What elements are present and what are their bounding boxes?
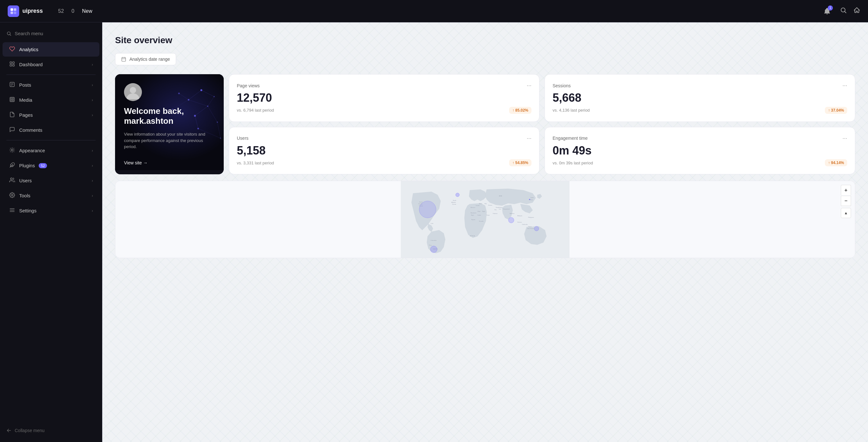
comments-label: Comments — [19, 127, 42, 133]
analytics-label: Analytics — [19, 47, 38, 52]
svg-text:Niger: Niger — [471, 215, 474, 216]
main-layout: Search menu Analytics Dashboard — [0, 22, 868, 442]
svg-text:Libya: Libya — [477, 211, 480, 212]
svg-text:Kazakhstan: Kazakhstan — [496, 207, 502, 208]
sidebar-item-comments[interactable]: Comments — [3, 123, 99, 137]
world-map-svg: North Pacific Ocean North Atlantic Ocean… — [115, 181, 855, 258]
notification-badge: 1 — [828, 5, 833, 10]
svg-rect-19 — [11, 100, 12, 101]
sidebar-item-analytics[interactable]: Analytics — [3, 42, 99, 57]
svg-text:Nigeria: Nigeria — [471, 219, 475, 221]
sidebar-item-tools[interactable]: Tools › — [3, 188, 99, 203]
topbar: uipress 52 0 New 1 — [0, 0, 868, 22]
svg-text:Cuba: Cuba — [431, 223, 433, 225]
map-zoom-out[interactable]: − — [841, 196, 851, 206]
logo[interactable]: uipress — [8, 5, 43, 17]
svg-text:Tunisia: Tunisia — [475, 205, 480, 206]
home-button[interactable] — [853, 7, 860, 16]
stat-vs-sessions: vs. 4,136 last period — [553, 108, 590, 113]
welcome-title: Welcome back, mark.ashton — [124, 106, 215, 126]
stat-value-sessions: 5,668 — [553, 91, 847, 104]
content-area: Site overview Analytics date range — [102, 22, 868, 442]
users-icon — [9, 177, 16, 184]
svg-text:Iran: Iran — [499, 209, 501, 210]
content-inner: Site overview Analytics date range — [102, 22, 868, 271]
svg-rect-18 — [12, 98, 14, 99]
map-zoom-in[interactable]: + — [841, 185, 851, 195]
stat-vs-engagement: vs. 0m 39s last period — [553, 160, 593, 165]
stat-more-pageviews[interactable]: ··· — [527, 82, 531, 89]
sidebar-item-users[interactable]: Users › — [3, 173, 99, 188]
collapse-icon — [6, 428, 11, 433]
sidebar-item-plugins[interactable]: Plugins 52 › — [3, 158, 99, 173]
svg-text:Malaysia: Malaysia — [518, 215, 523, 217]
stat-card-sessions: Sessions ··· 5,668 vs. 4,136 last period… — [545, 74, 855, 122]
svg-text:Vietnam: Vietnam — [518, 222, 522, 223]
svg-rect-11 — [13, 65, 14, 66]
users-chevron: › — [92, 178, 93, 183]
plugins-chevron: › — [92, 164, 93, 168]
stat-more-engagement[interactable]: ··· — [842, 135, 847, 142]
date-range-button[interactable]: Analytics date range — [115, 53, 176, 65]
search-menu[interactable]: Search menu — [0, 28, 102, 39]
svg-point-99 — [431, 246, 437, 253]
svg-text:North: North — [419, 201, 423, 203]
stat-card-engagement: Engagement time ··· 0m 49s vs. 0m 39s la… — [545, 127, 855, 175]
appearance-label: Appearance — [19, 148, 45, 153]
svg-text:ASIA: ASIA — [499, 195, 502, 197]
user-avatar — [124, 83, 142, 101]
svg-text:Italy: Italy — [485, 203, 487, 204]
stats-col-left: Page views ··· 12,570 vs. 6,794 last per… — [229, 74, 539, 174]
svg-text:Ocean: Ocean — [452, 203, 456, 205]
svg-text:Morocco: Morocco — [470, 207, 475, 208]
svg-text:Japan: Japan — [530, 197, 534, 198]
stat-more-users[interactable]: ··· — [527, 135, 531, 142]
sidebar-item-media[interactable]: Media › — [3, 93, 99, 107]
svg-rect-1 — [14, 8, 16, 11]
svg-text:Pakistan: Pakistan — [493, 213, 498, 214]
svg-rect-2 — [10, 11, 13, 14]
stat-value-pageviews: 12,570 — [237, 91, 531, 104]
svg-point-24 — [10, 178, 12, 180]
sidebar-item-posts[interactable]: Posts › — [3, 78, 99, 92]
tools-icon — [9, 192, 16, 199]
svg-text:Oman: Oman — [487, 215, 490, 216]
pages-icon — [9, 112, 16, 118]
search-icon — [840, 7, 847, 14]
tools-label: Tools — [19, 193, 30, 198]
search-menu-label: Search menu — [15, 31, 43, 36]
sidebar-item-settings[interactable]: Settings › — [3, 203, 99, 218]
stat-more-sessions[interactable]: ··· — [842, 82, 847, 89]
map-compass[interactable]: ▲ — [841, 208, 851, 218]
search-button[interactable] — [840, 7, 847, 16]
svg-text:Atlantic: Atlantic — [451, 202, 456, 203]
svg-text:Papua: Papua — [528, 226, 532, 227]
svg-text:Peru: Peru — [429, 245, 432, 246]
stat-footer-users: vs. 3,331 last period ↑ 54.85% — [237, 159, 531, 166]
svg-text:North: North — [453, 200, 456, 202]
pages-chevron: › — [92, 113, 93, 117]
svg-point-101 — [534, 227, 539, 231]
svg-text:Spain: Spain — [479, 203, 482, 204]
svg-text:Egypt: Egypt — [482, 211, 486, 212]
svg-rect-8 — [10, 62, 11, 63]
svg-rect-3 — [14, 11, 16, 14]
sidebar-item-pages[interactable]: Pages › — [3, 108, 99, 122]
nav-new[interactable]: New — [80, 7, 95, 16]
settings-chevron: › — [92, 209, 93, 213]
stat-header-sessions: Sessions ··· — [553, 82, 847, 89]
stat-card-pageviews: Page views ··· 12,570 vs. 6,794 last per… — [229, 74, 539, 122]
map-section: North Pacific Ocean North Atlantic Ocean… — [115, 181, 855, 258]
svg-text:Cambodia: Cambodia — [522, 224, 528, 225]
sidebar-item-appearance[interactable]: Appearance › — [3, 143, 99, 158]
view-site-link[interactable]: View site → — [124, 160, 215, 165]
notification-button[interactable]: 1 — [821, 5, 834, 18]
page-title: Site overview — [115, 35, 855, 46]
sidebar-item-dashboard[interactable]: Dashboard › — [3, 57, 99, 71]
media-chevron: › — [92, 98, 93, 102]
svg-text:Bangladesh: Bangladesh — [503, 209, 510, 210]
stat-value-engagement: 0m 49s — [553, 144, 847, 157]
dashboard-chevron: › — [92, 62, 93, 67]
collapse-menu[interactable]: Collapse menu — [0, 421, 102, 437]
topbar-nav: 52 0 New — [56, 7, 95, 16]
